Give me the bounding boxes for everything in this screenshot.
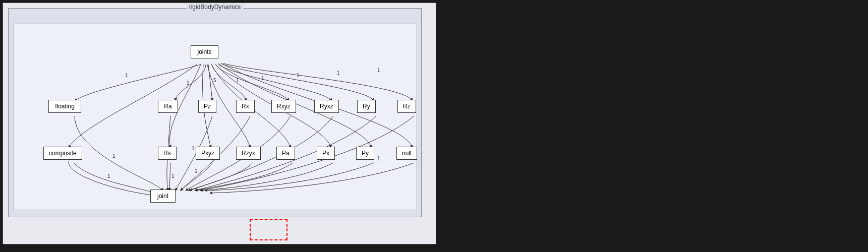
node-Rzyx: Rzyx (236, 147, 261, 160)
node-composite: composite (43, 147, 82, 160)
node-Pa: Pa (276, 147, 295, 160)
svg-text:1: 1 (377, 68, 380, 73)
node-Pxyz: Pxyz (196, 147, 220, 160)
svg-text:1: 1 (171, 173, 175, 179)
svg-text:1: 1 (195, 168, 198, 174)
node-Ry: Ry (357, 100, 376, 113)
node-null: null (396, 147, 417, 160)
svg-text:1: 1 (297, 73, 300, 78)
svg-text:1: 1 (112, 153, 115, 159)
node-Rs: Rs (158, 147, 177, 160)
svg-text:1: 1 (377, 156, 380, 161)
outer-box: rigidBodyDynamics 1 5 1 (8, 8, 422, 217)
svg-text:5: 5 (213, 78, 216, 83)
inner-box: 1 5 1 1 1 1 1 (14, 24, 417, 210)
node-joints: joints (191, 45, 218, 58)
svg-text:1: 1 (107, 173, 110, 179)
node-Rz: Rz (397, 100, 416, 113)
node-floating: floating (48, 100, 81, 113)
svg-text:1: 1 (261, 75, 264, 81)
svg-text:1: 1 (187, 80, 190, 86)
node-joint: joint (150, 190, 176, 203)
node-Rx: Rx (236, 100, 255, 113)
svg-text:1: 1 (236, 78, 239, 83)
main-canvas: rigidBodyDynamics 1 5 1 (3, 3, 436, 244)
outer-box-label: rigidBodyDynamics (187, 4, 244, 11)
node-Rxyz: Rxyz (271, 100, 296, 113)
node-Pz: Pz (198, 100, 216, 113)
node-Ryxz: Ryxz (314, 100, 339, 113)
node-Py: Py (356, 147, 374, 160)
svg-text:1: 1 (125, 73, 128, 78)
node-Ra: Ra (158, 100, 178, 113)
svg-text:1: 1 (337, 70, 340, 76)
node-Px: Px (317, 147, 335, 160)
red-dashed-box (250, 219, 287, 240)
svg-text:1: 1 (192, 146, 195, 151)
